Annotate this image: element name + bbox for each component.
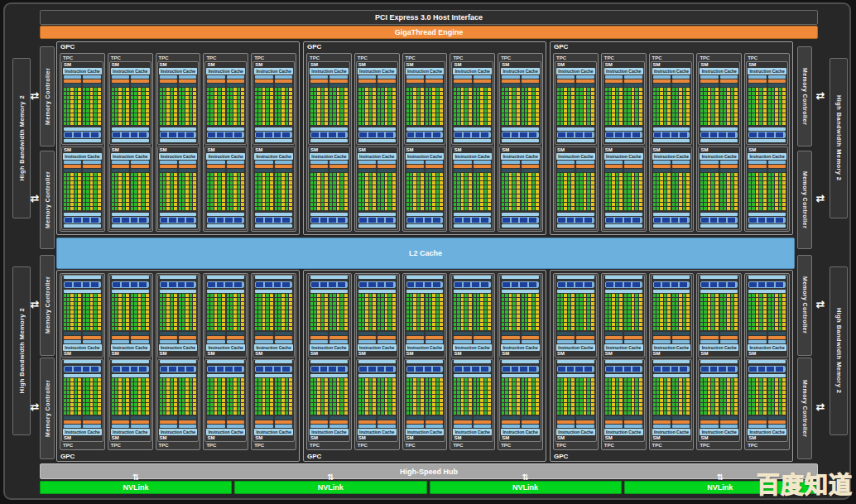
tpc-label: TPC bbox=[109, 55, 151, 61]
core-grid bbox=[329, 88, 347, 126]
gpc-box: GPCTPCSMInstruction CacheSMInstruction C… bbox=[303, 270, 546, 462]
instruction-cache-bar: Instruction Cache bbox=[159, 429, 198, 435]
hbm-memory-arrows-icon: ⇄ bbox=[813, 89, 828, 103]
load-store-units-bar bbox=[112, 217, 149, 223]
dispatch-bar bbox=[310, 336, 328, 339]
shared-memory-bar bbox=[64, 139, 101, 142]
warp-scheduler-bar bbox=[358, 425, 376, 428]
register-file-bar bbox=[207, 169, 224, 172]
warp-scheduler-bar bbox=[329, 75, 347, 79]
dispatch-bar bbox=[131, 165, 148, 168]
sm-label: SM bbox=[699, 435, 739, 441]
shared-memory-bar bbox=[700, 276, 738, 279]
tpc-row: TPCSMInstruction CacheSMInstruction Cach… bbox=[306, 273, 543, 450]
warp-scheduler-bar bbox=[502, 161, 519, 164]
nvlink-label: NVLink bbox=[707, 483, 733, 492]
register-file-bar bbox=[378, 332, 395, 335]
sm-stack: SMInstruction CacheSMInstruction Cache bbox=[157, 275, 200, 442]
sm-label: SM bbox=[357, 147, 397, 153]
load-store-units-bar bbox=[207, 366, 244, 372]
core-grid bbox=[378, 294, 395, 331]
register-file-bar bbox=[502, 84, 519, 87]
dispatch-bar bbox=[605, 420, 623, 424]
register-file-bar bbox=[112, 84, 129, 87]
texture-cache-bar bbox=[255, 127, 292, 131]
dispatch-bar bbox=[768, 336, 786, 339]
sm-half bbox=[768, 294, 786, 343]
instruction-cache-bar: Instruction Cache bbox=[254, 153, 293, 160]
register-file-bar bbox=[112, 332, 129, 335]
texture-cache-bar bbox=[700, 213, 738, 216]
sm-block: SMInstruction Cache bbox=[746, 146, 788, 230]
sm-processing-halves bbox=[62, 293, 103, 344]
warp-scheduler-bar bbox=[83, 75, 100, 79]
sm-half bbox=[522, 294, 539, 343]
warp-scheduler-bar bbox=[605, 161, 623, 164]
core-grid bbox=[255, 173, 272, 211]
register-file-bar bbox=[576, 84, 594, 87]
sm-block: SMInstruction Cache bbox=[555, 275, 597, 358]
sm-processing-halves bbox=[205, 377, 246, 429]
sm-processing-halves bbox=[357, 293, 397, 344]
hbm-memory-arrows-icon: ⇄ bbox=[27, 192, 42, 205]
dispatch-bar bbox=[720, 79, 738, 83]
sm-half bbox=[179, 161, 196, 211]
register-file-bar bbox=[748, 332, 766, 335]
sm-half bbox=[624, 378, 642, 428]
instruction-cache-bar: Instruction Cache bbox=[748, 153, 786, 160]
sm-processing-halves bbox=[405, 293, 445, 344]
warp-scheduler-bar bbox=[112, 161, 129, 164]
core-grid bbox=[605, 378, 623, 415]
sm-block: SMInstruction Cache bbox=[61, 61, 103, 145]
instruction-cache-bar: Instruction Cache bbox=[748, 429, 786, 435]
sm-half bbox=[653, 75, 671, 126]
sm-block: SMInstruction Cache bbox=[252, 275, 295, 358]
sm-block: SMInstruction Cache bbox=[308, 359, 350, 442]
sm-block: SMInstruction Cache bbox=[204, 275, 247, 358]
sm-block: SMInstruction Cache bbox=[698, 275, 740, 358]
register-file-bar bbox=[131, 169, 148, 172]
dispatch-bar bbox=[768, 420, 786, 424]
sm-half bbox=[275, 75, 292, 126]
core-grid bbox=[768, 173, 786, 211]
dispatch-bar bbox=[378, 336, 395, 339]
core-grid bbox=[768, 378, 786, 415]
texture-cache-bar bbox=[406, 127, 444, 131]
hbm2-label: High Bandwidth Memory 2 bbox=[835, 95, 843, 180]
warp-scheduler-bar bbox=[576, 75, 594, 79]
dispatch-bar bbox=[329, 336, 347, 339]
sm-processing-halves bbox=[699, 74, 739, 127]
dispatch-bar bbox=[329, 79, 347, 83]
texture-cache-bar bbox=[255, 213, 292, 216]
core-grid bbox=[378, 378, 395, 415]
sm-processing-halves bbox=[158, 293, 199, 344]
dispatch-bar bbox=[624, 420, 642, 424]
dispatch-bar bbox=[227, 336, 244, 339]
sm-stack: SMInstruction CacheSMInstruction Cache bbox=[698, 275, 740, 442]
shared-memory-bar bbox=[700, 139, 738, 142]
sm-half bbox=[227, 75, 244, 126]
load-store-units-bar bbox=[557, 281, 594, 288]
core-grid bbox=[557, 378, 575, 415]
shared-memory-bar bbox=[310, 360, 348, 363]
sm-block: SMInstruction Cache bbox=[204, 61, 247, 145]
tpc-label: TPC bbox=[252, 442, 295, 449]
register-file-bar bbox=[112, 169, 129, 172]
dispatch-bar bbox=[502, 165, 519, 168]
tpc-box: TPCSMInstruction CacheSMInstruction Cach… bbox=[251, 53, 296, 232]
tpc-box: TPCSMInstruction CacheSMInstruction Cach… bbox=[744, 273, 790, 450]
hbm-memory-arrows-icon: ⇄ bbox=[813, 192, 828, 205]
dispatch-bar bbox=[275, 79, 292, 83]
tpc-box: TPCSMInstruction CacheSMInstruction Cach… bbox=[601, 53, 647, 232]
texture-cache-bar bbox=[64, 127, 101, 131]
instruction-cache-bar: Instruction Cache bbox=[604, 68, 643, 74]
sm-processing-halves bbox=[500, 293, 541, 344]
shared-memory-bar bbox=[557, 139, 594, 142]
load-store-units-bar bbox=[700, 132, 738, 138]
dispatch-bar bbox=[454, 420, 471, 424]
load-store-units-bar bbox=[207, 217, 244, 223]
sm-half bbox=[700, 161, 718, 211]
warp-scheduler-bar bbox=[160, 75, 177, 79]
instruction-cache-bar: Instruction Cache bbox=[358, 344, 397, 351]
sm-label: SM bbox=[62, 351, 103, 357]
